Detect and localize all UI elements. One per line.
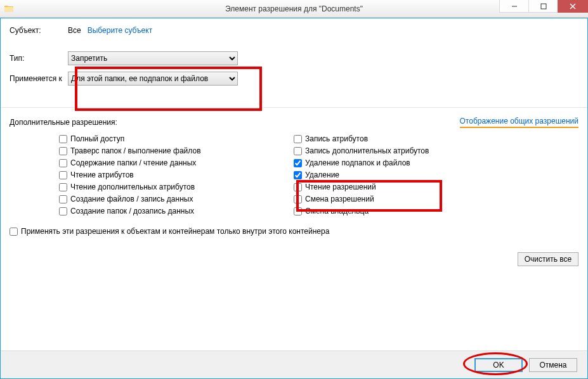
permission-label: Чтение разрешений	[305, 183, 376, 191]
permission-checkbox[interactable]	[59, 147, 67, 155]
advanced-permissions-label: Дополнительные разрешения:	[10, 118, 117, 127]
permission-checkbox[interactable]	[294, 195, 302, 203]
subject-value: Все	[68, 26, 81, 35]
permission-checkbox[interactable]	[294, 183, 302, 191]
permission-checkbox[interactable]	[59, 171, 67, 179]
ok-button[interactable]: OK	[474, 358, 523, 372]
permission-checkbox[interactable]	[59, 207, 67, 215]
permission-item: Создание папок / дозапись данных	[59, 207, 294, 215]
only-within-checkbox[interactable]	[10, 228, 18, 236]
select-subject-link[interactable]: Выберите субъект	[88, 26, 152, 35]
permissions-column-right: Запись атрибутовЗапись дополнительных ат…	[294, 134, 528, 215]
svg-rect-1	[541, 4, 546, 9]
permission-item: Чтение дополнительных атрибутов	[59, 183, 294, 191]
type-row: Тип: Запретить	[10, 51, 578, 65]
type-select[interactable]: Запретить	[68, 51, 238, 65]
minimize-button[interactable]	[499, 0, 528, 13]
permission-label: Полный доступ	[70, 134, 124, 143]
permission-label: Создание папок / дозапись данных	[70, 207, 194, 215]
permission-item: Смена разрешений	[294, 195, 528, 203]
permission-label: Создание файлов / запись данных	[70, 195, 193, 203]
permission-label: Удаление подпапок и файлов	[305, 158, 410, 167]
permission-item: Запись дополнительных атрибутов	[294, 146, 528, 155]
divider	[1, 107, 587, 108]
permission-checkbox[interactable]	[294, 207, 302, 215]
permission-label: Траверс папок / выполнение файлов	[70, 146, 201, 155]
folder-icon	[4, 4, 14, 14]
permission-label: Содержание папки / чтение данных	[70, 158, 196, 167]
permission-label: Чтение дополнительных атрибутов	[70, 183, 195, 191]
permissions-column-left: Полный доступТраверс папок / выполнение …	[59, 134, 294, 215]
applies-to-select[interactable]: Для этой папки, ее подпапок и файлов	[68, 72, 238, 86]
permission-item: Удаление подпапок и файлов	[294, 158, 528, 167]
show-basic-permissions-link[interactable]: Отображение общих разрешений	[460, 117, 578, 128]
clear-all-button[interactable]: Очистить все	[518, 252, 578, 266]
permission-checkbox[interactable]	[59, 159, 67, 167]
permission-item: Полный доступ	[59, 134, 294, 143]
only-within-label: Применять эти разрешения к объектам и ко…	[21, 227, 329, 236]
advanced-header: Дополнительные разрешения: Отображение о…	[10, 117, 578, 128]
maximize-button[interactable]	[528, 0, 558, 13]
permission-label: Смена владельца	[305, 207, 369, 215]
permission-item: Смена владельца	[294, 207, 528, 215]
permission-item: Траверс папок / выполнение файлов	[59, 146, 294, 155]
permission-checkbox[interactable]	[59, 183, 67, 191]
content-panel: Субъект: Все Выберите субъект Тип: Запре…	[1, 18, 587, 350]
only-within-row: Применять эти разрешения к объектам и ко…	[10, 227, 578, 236]
footer: OK Отмена	[1, 350, 587, 378]
window-controls	[499, 0, 588, 17]
permission-item: Чтение атрибутов	[59, 170, 294, 179]
titlebar: Элемент разрешения для "Documents"	[0, 0, 588, 18]
subject-label: Субъект:	[10, 26, 68, 35]
permission-label: Запись дополнительных атрибутов	[305, 146, 429, 155]
window-title: Элемент разрешения для "Documents"	[225, 4, 363, 13]
cancel-button[interactable]: Отмена	[529, 358, 577, 372]
close-button[interactable]	[558, 0, 588, 13]
permission-checkbox[interactable]	[294, 147, 302, 155]
permission-label: Удаление	[305, 170, 339, 179]
permission-item: Чтение разрешений	[294, 183, 528, 191]
permission-checkbox[interactable]	[294, 135, 302, 143]
permission-label: Смена разрешений	[305, 195, 374, 203]
permission-checkbox[interactable]	[294, 171, 302, 179]
permissions-grid: Полный доступТраверс папок / выполнение …	[10, 134, 578, 215]
subject-row: Субъект: Все Выберите субъект	[10, 26, 578, 35]
permission-item: Удаление	[294, 170, 528, 179]
permission-item: Содержание папки / чтение данных	[59, 158, 294, 167]
permission-checkbox[interactable]	[59, 195, 67, 203]
permission-checkbox[interactable]	[59, 135, 67, 143]
permission-label: Запись атрибутов	[305, 134, 368, 143]
type-label: Тип:	[10, 54, 68, 63]
client-area: Субъект: Все Выберите субъект Тип: Запре…	[0, 18, 588, 379]
permission-item: Запись атрибутов	[294, 134, 528, 143]
permission-item: Создание файлов / запись данных	[59, 195, 294, 203]
permission-checkbox[interactable]	[294, 159, 302, 167]
applies-to-label: Применяется к	[10, 74, 68, 83]
permission-label: Чтение атрибутов	[70, 170, 134, 179]
applies-to-row: Применяется к Для этой папки, ее подпапо…	[10, 72, 578, 86]
